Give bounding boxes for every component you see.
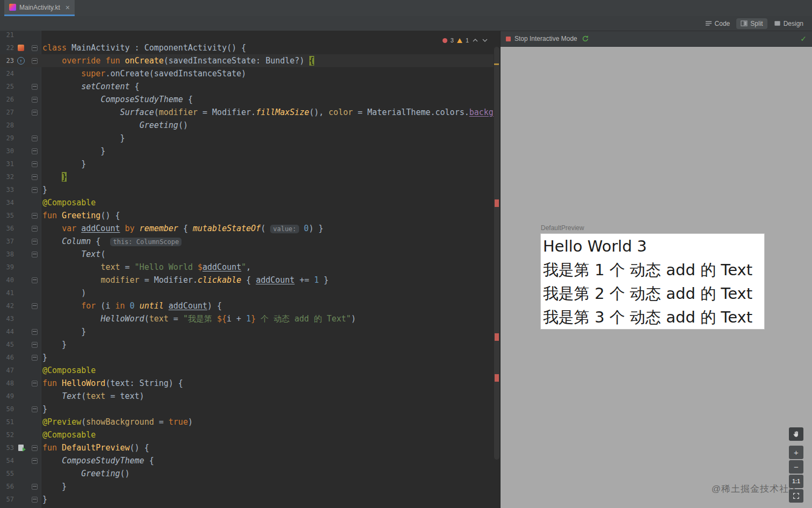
preview-card[interactable]: Hello World 3我是第 1 个 动态 add 的 Text我是第 2 …: [540, 233, 765, 330]
code-line[interactable]: 23↑ override fun onCreate(savedInstanceS…: [0, 54, 494, 67]
fold-marker-icon[interactable]: [32, 161, 38, 167]
fold-marker-icon[interactable]: [32, 239, 38, 245]
fold-marker-icon[interactable]: [32, 174, 38, 180]
line-number[interactable]: 51: [0, 416, 14, 428]
zoom-to-fit-button[interactable]: [789, 489, 803, 503]
code-line[interactable]: 32 }: [0, 170, 494, 183]
line-number[interactable]: 31: [0, 158, 14, 170]
code-line[interactable]: 57}: [0, 493, 494, 506]
code-line[interactable]: 25 setContent {: [0, 80, 494, 93]
code-line[interactable]: 38 Text(: [0, 248, 494, 261]
pan-tool-button[interactable]: [789, 427, 803, 441]
code-line[interactable]: 49 Text(text = text): [0, 390, 494, 403]
zoom-actual-size-button[interactable]: 1:1: [789, 475, 803, 488]
stripe-mark-error[interactable]: [495, 199, 499, 207]
next-issue-chevron-down-icon[interactable]: [482, 38, 488, 42]
code-line[interactable]: 45 }: [0, 338, 494, 351]
code-line[interactable]: 34@Composable: [0, 196, 494, 209]
refresh-icon[interactable]: [582, 35, 589, 42]
code-line[interactable]: 43 HelloWord(text = "我是第 ${i + 1} 个 动态 a…: [0, 312, 494, 325]
fold-marker-icon[interactable]: [32, 213, 38, 219]
status-check-icon[interactable]: ✓: [800, 34, 807, 43]
line-number[interactable]: 40: [0, 274, 14, 287]
code-line[interactable]: 40 modifier = Modifier.clickable { addCo…: [0, 274, 494, 287]
inspections-widget[interactable]: 3 1: [440, 33, 490, 48]
stripe-mark-error[interactable]: [495, 333, 499, 341]
tab-mainactivity[interactable]: MainActivity.kt ×: [4, 0, 75, 16]
fold-marker-icon[interactable]: [32, 58, 38, 64]
code-line[interactable]: 33}: [0, 183, 494, 196]
line-number[interactable]: 41: [0, 287, 14, 299]
preview-gutter-icon[interactable]: [18, 445, 24, 451]
code-line[interactable]: 24 super.onCreate(savedInstanceState): [0, 67, 494, 80]
code-line[interactable]: 54 ComposeStudyTheme {: [0, 454, 494, 467]
line-number[interactable]: 46: [0, 351, 14, 364]
code-line[interactable]: 41 ): [0, 287, 494, 299]
fold-marker-icon[interactable]: [32, 45, 38, 51]
fold-marker-icon[interactable]: [32, 497, 38, 503]
fold-marker-icon[interactable]: [32, 406, 38, 412]
fold-marker-icon[interactable]: [32, 329, 38, 335]
fold-marker-icon[interactable]: [32, 226, 38, 232]
code-line[interactable]: 35fun Greeting() {: [0, 209, 494, 222]
code-line[interactable]: 30 }: [0, 145, 494, 158]
preview-text-line[interactable]: 我是第 1 个 动态 add 的 Text: [543, 258, 762, 282]
code-line[interactable]: 27 Surface(modifier = Modifier.fillMaxSi…: [0, 106, 494, 119]
code-line[interactable]: 36 var addCount by remember { mutableSta…: [0, 222, 494, 235]
code-line[interactable]: 46}: [0, 351, 494, 364]
fold-marker-icon[interactable]: [32, 303, 38, 309]
line-number[interactable]: 22: [0, 41, 14, 54]
fold-marker-icon[interactable]: [32, 252, 38, 257]
code-line[interactable]: 21: [0, 31, 494, 41]
line-number[interactable]: 56: [0, 480, 14, 493]
warning-count[interactable]: 1: [466, 34, 469, 47]
code-line[interactable]: 37 Column { this: ColumnScope: [0, 235, 494, 248]
line-number[interactable]: 49: [0, 390, 14, 403]
stripe-mark-caret[interactable]: [494, 63, 499, 65]
line-number[interactable]: 50: [0, 403, 14, 416]
override-gutter-icon[interactable]: ↑: [17, 57, 25, 65]
fold-marker-icon[interactable]: [32, 484, 38, 490]
code-line[interactable]: 44 }: [0, 325, 494, 338]
line-number[interactable]: 29: [0, 132, 14, 145]
line-number[interactable]: 44: [0, 325, 14, 338]
line-number[interactable]: 28: [0, 119, 14, 132]
activity-gutter-icon[interactable]: [18, 45, 24, 51]
prev-issue-chevron-up-icon[interactable]: [473, 38, 478, 42]
line-number[interactable]: 45: [0, 338, 14, 351]
view-mode-design[interactable]: Design: [770, 18, 808, 29]
line-number[interactable]: 37: [0, 235, 14, 248]
error-count[interactable]: 3: [451, 34, 454, 47]
fold-marker-icon[interactable]: [32, 187, 38, 193]
line-number[interactable]: 47: [0, 364, 14, 377]
line-number[interactable]: 35: [0, 209, 14, 222]
view-mode-code[interactable]: Code: [701, 18, 735, 29]
stop-interactive-mode-button[interactable]: Stop Interactive Mode: [506, 35, 577, 42]
line-number[interactable]: 32: [0, 170, 14, 183]
fold-marker-icon[interactable]: [32, 135, 38, 141]
fold-marker-icon[interactable]: [32, 277, 38, 283]
line-number[interactable]: 25: [0, 80, 14, 93]
code-line[interactable]: 56 }: [0, 480, 494, 493]
zoom-in-button[interactable]: +: [789, 446, 803, 459]
tab-close-icon[interactable]: ×: [66, 4, 70, 11]
code-line[interactable]: 28 Greeting(): [0, 119, 494, 132]
fold-marker-icon[interactable]: [32, 445, 38, 451]
fold-marker-icon[interactable]: [32, 110, 38, 116]
code-line[interactable]: 26 ComposeStudyTheme {: [0, 93, 494, 106]
line-number[interactable]: 52: [0, 428, 14, 441]
line-number[interactable]: 57: [0, 493, 14, 506]
line-number[interactable]: 26: [0, 93, 14, 106]
scrollbar-thumb[interactable]: [494, 47, 499, 460]
stripe-mark-error[interactable]: [495, 374, 499, 382]
code-line[interactable]: 55 Greeting(): [0, 467, 494, 480]
zoom-out-button[interactable]: −: [789, 460, 803, 474]
code-line[interactable]: 52@Composable: [0, 428, 494, 441]
code-line[interactable]: 51@Preview(showBackground = true): [0, 416, 494, 428]
code-line[interactable]: 50}: [0, 403, 494, 416]
line-number[interactable]: 33: [0, 183, 14, 196]
line-number[interactable]: 36: [0, 222, 14, 235]
line-number[interactable]: 53: [0, 441, 14, 454]
code-line[interactable]: 31 }: [0, 158, 494, 170]
line-number[interactable]: 39: [0, 261, 14, 274]
